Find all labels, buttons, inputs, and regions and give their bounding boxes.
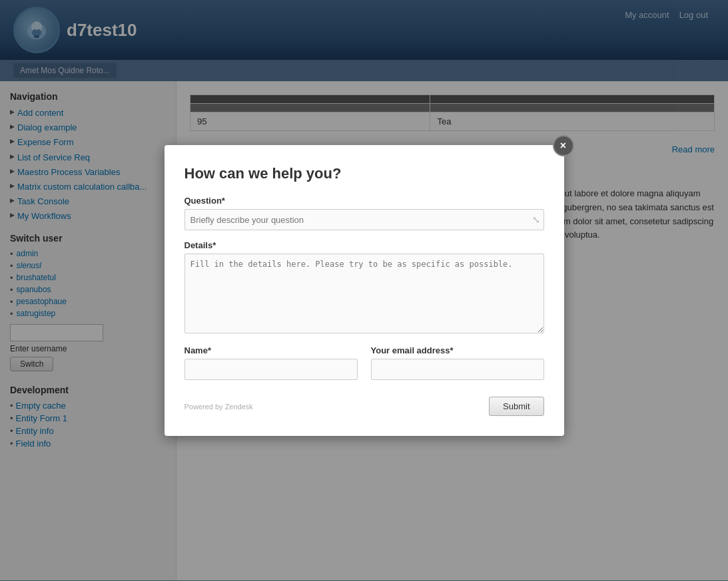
question-wrapper: ⤡: [184, 209, 544, 230]
question-input[interactable]: [184, 209, 544, 230]
details-label: Details*: [184, 240, 544, 250]
modal-title: How can we help you?: [184, 165, 544, 182]
email-label: Your email address*: [371, 345, 544, 355]
email-group: Your email address*: [371, 345, 544, 380]
powered-by: Powered by Zendesk: [184, 403, 253, 411]
submit-button[interactable]: Submit: [489, 397, 544, 416]
name-input[interactable]: [184, 359, 358, 380]
close-button[interactable]: ×: [553, 135, 574, 156]
name-email-row: Name* Your email address*: [184, 345, 544, 390]
name-group: Name*: [184, 345, 358, 380]
question-group: Question* ⤡: [184, 196, 544, 230]
resize-icon: ⤡: [532, 214, 540, 225]
modal-overlay: × How can we help you? Question* ⤡ Detai…: [0, 0, 728, 580]
details-group: Details*: [184, 240, 544, 335]
email-input[interactable]: [371, 359, 544, 380]
question-label: Question*: [184, 196, 544, 206]
modal-dialog: × How can we help you? Question* ⤡ Detai…: [165, 145, 564, 436]
details-textarea[interactable]: [184, 254, 544, 333]
name-label: Name*: [184, 345, 358, 355]
modal-footer: Powered by Zendesk Submit: [184, 397, 544, 416]
